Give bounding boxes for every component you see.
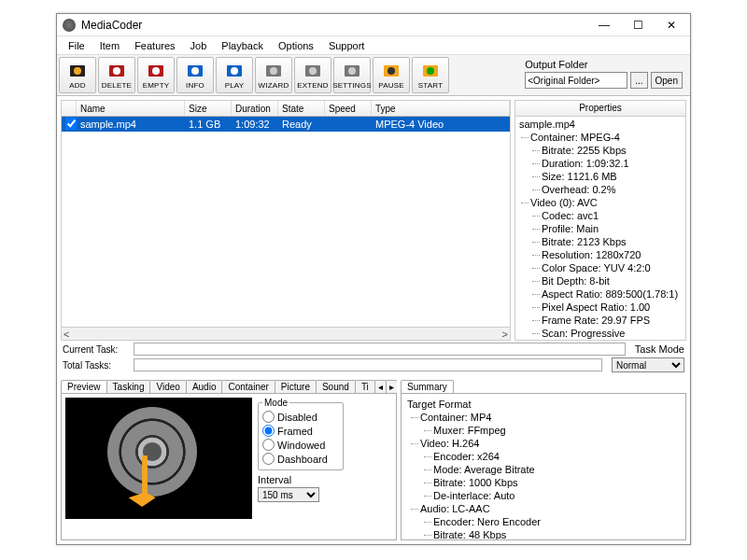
menu-support[interactable]: Support [321, 38, 373, 53]
property-line[interactable]: Container: MPEG-4 [517, 131, 685, 144]
interval-select[interactable]: 150 ms [258, 487, 319, 502]
task-mode-select[interactable]: Normal [612, 357, 684, 372]
file-list-panel: Name Size Duration State Speed Type samp… [61, 100, 511, 341]
summary-line[interactable]: Audio: LC-AAC [407, 502, 682, 515]
menu-file[interactable]: File [61, 38, 92, 53]
summary-line[interactable]: Bitrate: 48 Kbps [407, 528, 682, 540]
property-line[interactable]: Codec: avc1 [517, 209, 685, 222]
row-checkbox[interactable] [65, 118, 77, 130]
scroll-right-icon[interactable]: > [502, 329, 508, 340]
current-task-label: Current Task: [63, 344, 130, 355]
close-button[interactable]: ✕ [655, 15, 688, 35]
tab-ti[interactable]: Ti [355, 380, 375, 393]
info-button[interactable]: INFO [176, 57, 214, 93]
summary-line[interactable]: Mode: Average Bitrate [407, 463, 682, 476]
svg-point-9 [231, 67, 238, 75]
mode-radio-dashboard[interactable] [262, 453, 275, 465]
file-list-hscroll[interactable]: < > [61, 328, 511, 341]
col-speed[interactable]: Speed [325, 101, 372, 116]
menu-item[interactable]: Item [92, 38, 127, 53]
summary-line[interactable]: Target Format [407, 398, 682, 411]
summary-line[interactable]: Container: MP4 [407, 411, 682, 424]
minimize-button[interactable]: — [587, 15, 621, 35]
summary-line[interactable]: Muxer: FFmpeg [407, 424, 682, 437]
tab-container[interactable]: Container [221, 380, 275, 393]
property-line[interactable]: Aspect Ratio: 889:500(1.78:1) [517, 287, 685, 301]
property-line[interactable]: Bitrate: 2123 Kbps [517, 235, 685, 248]
summary-line[interactable]: De-interlace: Auto [407, 489, 682, 502]
extend-button[interactable]: EXTEND [294, 57, 331, 93]
property-line[interactable]: Size: 1121.6 MB [517, 170, 685, 183]
app-window: MediaCoder — ☐ ✕ FileItemFeaturesJobPlay… [56, 13, 691, 545]
summary-tree[interactable]: Target FormatContainer: MP4Muxer: FFmpeg… [401, 393, 686, 540]
tab-tasking[interactable]: Tasking [106, 380, 151, 393]
property-line[interactable]: Frame Rate: 29.97 FPS [517, 314, 685, 327]
tab-picture[interactable]: Picture [275, 380, 317, 393]
tab-nav-next[interactable]: ▸ [386, 380, 397, 393]
property-line[interactable]: Pixel Aspect Ratio: 1.00 [517, 301, 685, 314]
col-name[interactable]: Name [77, 101, 185, 116]
pause-icon [382, 62, 401, 80]
play-button[interactable]: PLAY [216, 57, 253, 93]
mode-radio-disabled[interactable] [262, 411, 275, 423]
current-task-bar [134, 343, 626, 356]
mode-option-dashboard[interactable]: Dashboard [262, 452, 339, 466]
add-icon [68, 62, 87, 80]
settings-button[interactable]: SETTINGS [333, 57, 371, 93]
property-line[interactable]: Video (0): AVC [517, 196, 685, 209]
settings-icon [343, 62, 361, 80]
output-folder-label: Output Folder [525, 59, 683, 70]
mode-radio-windowed[interactable] [262, 439, 275, 451]
summary-line[interactable]: Encoder: Nero Encoder [407, 515, 682, 528]
output-folder-input[interactable] [525, 72, 627, 89]
menu-features[interactable]: Features [127, 38, 182, 53]
property-line[interactable]: sample.mp4 [517, 118, 685, 131]
table-row[interactable]: sample.mp41.1 GB1:09:32ReadyMPEG-4 Video [62, 117, 510, 132]
property-line[interactable]: Duration: 1:09:32.1 [517, 157, 685, 170]
summary-line[interactable]: Video: H.264 [407, 437, 682, 450]
file-list-body[interactable]: sample.mp41.1 GB1:09:32ReadyMPEG-4 Video [61, 117, 511, 328]
property-line[interactable]: Bit Depth: 8-bit [517, 274, 685, 287]
scroll-left-icon[interactable]: < [63, 329, 69, 340]
tab-preview[interactable]: Preview [61, 380, 107, 393]
property-line[interactable]: Resolution: 1280x720 [517, 248, 685, 261]
col-duration[interactable]: Duration [232, 101, 278, 116]
property-line[interactable]: Profile: Main [517, 222, 685, 235]
tab-summary[interactable]: Summary [401, 380, 454, 393]
properties-tree[interactable]: sample.mp4Container: MPEG-4Bitrate: 2255… [514, 117, 686, 341]
tab-video[interactable]: Video [149, 380, 186, 393]
tab-sound[interactable]: Sound [316, 380, 356, 393]
pause-button[interactable]: PAUSE [373, 57, 410, 93]
content-row: Name Size Duration State Speed Type samp… [57, 96, 690, 341]
start-button[interactable]: START [412, 57, 449, 93]
empty-button[interactable]: EMPTY [137, 57, 175, 93]
menu-job[interactable]: Job [183, 38, 215, 53]
menu-options[interactable]: Options [271, 38, 321, 53]
open-folder-button[interactable]: Open [651, 72, 683, 89]
property-line[interactable]: Bitrate: 2255 Kbps [517, 144, 685, 157]
property-line[interactable]: Color Space: YUV 4:2:0 [517, 261, 685, 274]
maximize-button[interactable]: ☐ [621, 15, 655, 35]
mode-option-windowed[interactable]: Windowed [262, 438, 339, 452]
browse-button[interactable]: ... [630, 72, 647, 89]
delete-button[interactable]: DELETE [98, 57, 135, 93]
summary-line[interactable]: Bitrate: 1000 Kbps [407, 476, 682, 489]
svg-point-15 [348, 67, 356, 75]
tab-audio[interactable]: Audio [186, 380, 223, 393]
col-size[interactable]: Size [185, 101, 232, 116]
col-check[interactable] [62, 101, 77, 116]
tab-nav-prev[interactable]: ◂ [374, 380, 387, 393]
mode-option-framed[interactable]: Framed [262, 424, 339, 438]
wizard-button[interactable]: WIZARD [255, 57, 292, 93]
mode-radio-framed[interactable] [262, 425, 275, 437]
mode-option-disabled[interactable]: Disabled [262, 410, 339, 424]
property-line[interactable]: Overhead: 0.2% [517, 183, 685, 196]
add-button[interactable]: ADD [59, 57, 96, 93]
menu-playback[interactable]: Playback [214, 38, 271, 53]
extend-icon [303, 62, 322, 80]
col-type[interactable]: Type [372, 101, 510, 116]
col-state[interactable]: State [278, 101, 325, 116]
summary-line[interactable]: Encoder: x264 [407, 450, 682, 463]
property-line[interactable]: Scan: Progressive [517, 327, 685, 340]
play-icon [225, 62, 244, 80]
